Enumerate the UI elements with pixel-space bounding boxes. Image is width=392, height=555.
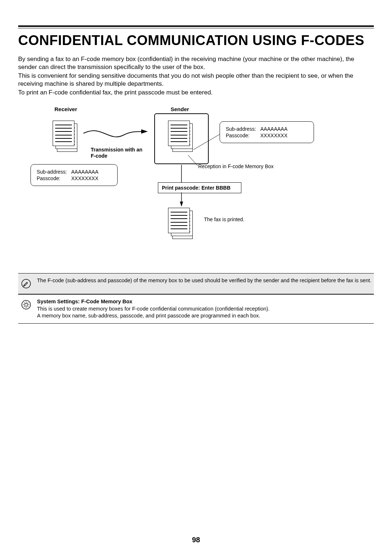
intro-text: By sending a fax to an F-code memory box… [18, 55, 374, 97]
svg-line-12 [28, 306, 28, 307]
document-icon [168, 121, 193, 150]
intro-p2: This is convenient for sending sensitive… [18, 72, 374, 88]
top-rule [18, 25, 374, 28]
passcode-label: Passcode: [37, 175, 70, 181]
svg-line-11 [24, 303, 25, 303]
intro-p1: By sending a fax to an F-code memory box… [18, 55, 374, 71]
svg-line-14 [24, 306, 25, 307]
passcode-label: Passcode: [226, 133, 260, 138]
svg-line-13 [28, 303, 28, 303]
receiver-label: Receiver [54, 106, 77, 112]
document-icon [53, 121, 78, 150]
note-system-settings: System Settings: F-Code Memory Box This … [18, 294, 374, 324]
document-tray-icon [172, 236, 193, 239]
passcode-value: XXXXXXXX [260, 133, 291, 138]
receiver-callout: Sub-address: AAAAAAAA Passcode: XXXXXXXX [30, 164, 118, 186]
document-tray-icon [172, 149, 193, 152]
printed-label: The fax is printed. [204, 216, 244, 222]
page-content: CONFIDENTIAL COMMUNICATION USING F-CODES… [18, 25, 374, 533]
document-page-icon [53, 121, 74, 146]
intro-p3: To print an F-code confidential fax, the… [18, 89, 374, 97]
sender-callout: Sub-address: AAAAAAAA Passcode: XXXXXXXX [220, 121, 314, 143]
note-verify-text: The F-code (sub-address and passcode) of… [37, 277, 371, 284]
reception-label: Reception in F-code Memory Box [198, 163, 274, 169]
svg-point-4 [22, 279, 30, 288]
sender-label: Sender [171, 106, 189, 112]
document-tray-icon [57, 149, 77, 152]
diagram: Receiver Sender [18, 106, 374, 251]
passcode-value: XXXXXXXX [71, 175, 102, 181]
document-page-icon [168, 208, 190, 233]
settings-l2: A memory box name, sub-address, passcode… [37, 313, 260, 319]
sub-address-value: AAAAAAAA [260, 126, 291, 132]
sub-address-label: Sub-address: [37, 169, 70, 175]
settings-l1: This is used to create memory boxes for … [37, 306, 270, 312]
transmission-label-l2: F-code [91, 153, 107, 159]
settings-title: System Settings: F-Code Memory Box [37, 299, 132, 304]
note-verify: The F-code (sub-address and passcode) of… [18, 273, 374, 294]
transmission-label: Transmission with an F-code [91, 147, 152, 159]
sub-address-label: Sub-address: [226, 126, 260, 132]
page-number: 98 [0, 536, 392, 544]
pencil-icon [20, 277, 33, 290]
document-page-icon [168, 121, 190, 146]
page-title: CONFIDENTIAL COMMUNICATION USING F-CODES [18, 33, 374, 49]
transmission-label-l1: Transmission with an [91, 147, 142, 153]
svg-point-6 [25, 303, 28, 306]
sub-address-value: AAAAAAAA [71, 169, 102, 175]
gear-icon [20, 298, 33, 311]
print-passcode-box: Print passcode: Enter BBBB [158, 182, 241, 193]
note-settings-text: System Settings: F-Code Memory Box This … [37, 298, 270, 320]
document-icon [168, 208, 193, 237]
